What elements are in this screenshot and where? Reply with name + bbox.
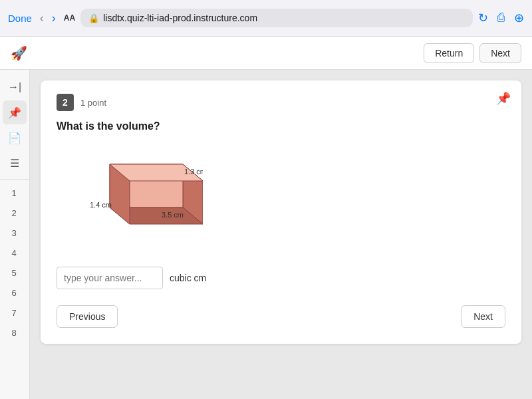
forward-button[interactable]: ›	[49, 10, 59, 27]
url-bar: 🔒 lisdtx.quiz-lti-iad-prod.instructure.c…	[80, 9, 473, 27]
share-icon[interactable]: ⎙	[497, 11, 505, 25]
box-figure: 1.3 cm 3.5 cm 1.4 cm	[70, 144, 203, 251]
sidebar-icon-pin[interactable]: 📌	[3, 100, 27, 124]
url-text: lisdtx.quiz-lti-iad-prod.instructure.com	[103, 13, 257, 23]
sidebar: →| 📌 📄 ☰ 1 2 3 4 5 6 7 8	[0, 70, 30, 399]
answer-unit: cubic cm	[170, 273, 206, 283]
sidebar-item-6[interactable]: 6	[3, 283, 27, 302]
question-points: 1 point	[80, 98, 106, 108]
svg-text:1.4 cm: 1.4 cm	[90, 201, 112, 209]
content-area: 2 1 point 📌 What is the volume?	[30, 70, 532, 399]
sidebar-item-2[interactable]: 2	[3, 203, 27, 222]
rocket-icon: 🚀	[11, 45, 27, 61]
browser-actions: ↻ ⎙ ⊕	[478, 11, 524, 25]
toolbar-left: 🚀	[11, 45, 27, 61]
svg-text:1.3 cm: 1.3 cm	[184, 168, 203, 176]
box-svg: 1.3 cm 3.5 cm 1.4 cm	[70, 144, 203, 251]
sidebar-item-4[interactable]: 4	[3, 243, 27, 262]
sidebar-icon-list[interactable]: ☰	[3, 151, 27, 175]
sidebar-item-1[interactable]: 1	[3, 184, 27, 202]
answer-area: cubic cm	[57, 267, 505, 289]
sidebar-item-5[interactable]: 5	[3, 263, 27, 282]
back-button[interactable]: ‹	[37, 10, 47, 27]
return-button[interactable]: Return	[424, 43, 474, 63]
nav-row: Previous Next	[57, 305, 505, 328]
font-size-button[interactable]: AA	[64, 13, 75, 23]
lock-icon: 🔒	[88, 13, 99, 23]
sidebar-item-7[interactable]: 7	[3, 303, 27, 322]
toolbar-right: Return Next	[424, 43, 521, 63]
answer-input[interactable]	[57, 267, 163, 289]
previous-button[interactable]: Previous	[57, 305, 118, 328]
main-layout: →| 📌 📄 ☰ 1 2 3 4 5 6 7 8 2 1 point 📌 Wha…	[0, 70, 532, 399]
sidebar-item-8[interactable]: 8	[3, 323, 27, 342]
question-text: What is the volume?	[57, 120, 505, 132]
sidebar-icon-arrow[interactable]: →|	[3, 75, 27, 99]
sidebar-divider	[0, 179, 29, 180]
reload-icon[interactable]: ↻	[478, 11, 488, 25]
browser-nav: ‹ ›	[37, 10, 59, 27]
done-button[interactable]: Done	[8, 13, 32, 24]
sidebar-item-3[interactable]: 3	[3, 223, 27, 242]
compass-icon[interactable]: ⊕	[514, 11, 524, 25]
svg-text:3.5 cm: 3.5 cm	[162, 211, 184, 219]
question-card: 2 1 point 📌 What is the volume?	[41, 80, 521, 344]
sidebar-icon-page[interactable]: 📄	[3, 126, 27, 150]
question-header: 2 1 point	[57, 94, 505, 111]
app-toolbar: 🚀 Return Next	[0, 37, 532, 70]
next-top-button[interactable]: Next	[479, 43, 521, 63]
browser-bar: Done ‹ › AA 🔒 lisdtx.quiz-lti-iad-prod.i…	[0, 0, 532, 37]
question-number-badge: 2	[57, 94, 74, 111]
pin-icon[interactable]: 📌	[496, 91, 511, 106]
next-button[interactable]: Next	[461, 305, 505, 328]
